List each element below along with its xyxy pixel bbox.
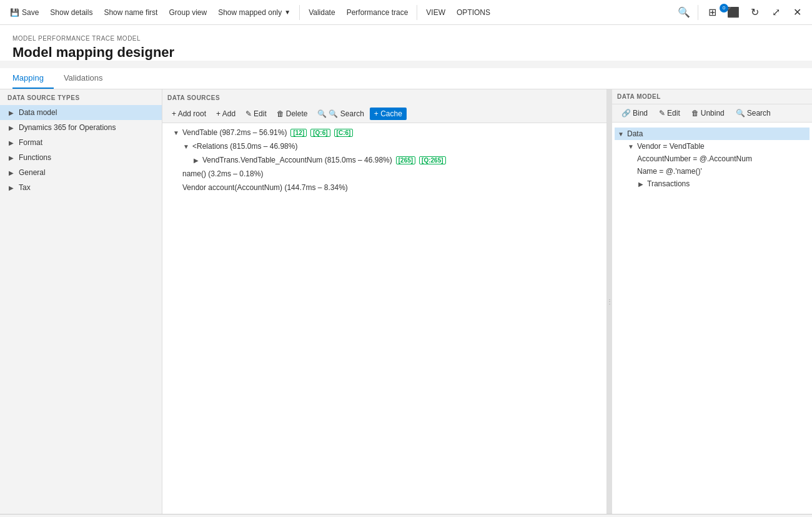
arrow-icon: ▶ (7, 109, 15, 116)
options-button[interactable]: OPTIONS (452, 6, 495, 19)
group-view-button[interactable]: Group view (164, 6, 212, 19)
dm-item-account-number[interactable]: AccountNumber = @.AccountNum (615, 153, 810, 165)
ds-item-relations[interactable]: ▼ <Relations (815.0ms – 46.98%) (162, 139, 607, 153)
ds-item-vendtable[interactable]: ▼ VendTable (987.2ms – 56.91%) [12] [Q:6… (162, 126, 607, 139)
page-header: MODEL PERFORMANCE TRACE MODEL Model mapp… (0, 25, 812, 61)
show-mapped-only-button[interactable]: Show mapped only ▼ (213, 6, 295, 19)
ds-item-label: VendTrans.VendTable_AccountNum (815.0ms … (202, 156, 392, 164)
data-sources-toolbar: + Add root + Add ✎ Edit 🗑 Delete 🔍 🔍 Sea… (162, 105, 607, 123)
data-sources-label: DATA SOURCES (162, 89, 607, 105)
add-root-button[interactable]: + Add root (167, 108, 210, 120)
ds-item-label: Vendor account(AccountNum) (144.7ms – 8.… (182, 183, 348, 192)
save-button[interactable]: 💾 Save (5, 6, 44, 19)
delete-button[interactable]: 🗑 Delete (272, 108, 312, 120)
validate-button[interactable]: Validate (304, 6, 340, 19)
grid-icon-button[interactable]: ⊞ (702, 3, 722, 23)
close-button[interactable]: ✕ (787, 3, 807, 23)
dst-label: Functions (19, 153, 51, 162)
dm-label: Vendor = VendTable (637, 142, 705, 151)
add-button[interactable]: + Add (212, 108, 240, 120)
main-tabs: Mapping Validations (0, 68, 812, 89)
arrow-icon: ▶ (7, 169, 15, 176)
arrow-icon: ▶ (7, 139, 15, 146)
dm-label: Name = @.'name()' (637, 167, 702, 176)
show-name-first-label: Show name first (104, 8, 157, 17)
view-button[interactable]: VIEW (421, 6, 450, 19)
show-details-label: Show details (50, 8, 92, 17)
expand-button[interactable]: ⤢ (766, 3, 786, 23)
dst-item-data-model[interactable]: ▶ Data model (0, 105, 162, 120)
dst-item-dynamics365[interactable]: ▶ Dynamics 365 for Operations (0, 120, 162, 135)
separator-1 (299, 5, 300, 20)
expand-icon: ▼ (172, 129, 180, 136)
vertical-drag-handle[interactable]: ⋮ (607, 89, 612, 514)
data-model-label-row: DATA MODEL (612, 89, 812, 104)
dm-item-vendor[interactable]: ▼ Vendor = VendTable (615, 140, 810, 153)
ds-item-label: <Relations (815.0ms – 46.98%) (192, 142, 297, 151)
model-label: MODEL PERFORMANCE TRACE MODEL (12, 35, 800, 42)
dm-label: Transactions (647, 179, 690, 188)
dm-label: AccountNumber = @.AccountNum (637, 154, 752, 163)
edit-button[interactable]: ✎ Edit (241, 108, 271, 120)
data-source-types-label: DATA SOURCE TYPES (0, 89, 162, 105)
bind-button[interactable]: 🔗 Bind (617, 107, 652, 119)
ds-item-label: VendTable (987.2ms – 56.91%) (182, 128, 287, 137)
dst-item-functions[interactable]: ▶ Functions (0, 150, 162, 165)
badge-12: [12] (290, 129, 307, 137)
dst-label: General (19, 168, 46, 177)
dm-item-name[interactable]: Name = @.'name()' (615, 165, 810, 178)
badge-q265: [Q:265] (419, 156, 445, 164)
data-model-panel: DATA MODEL 🔗 Bind ✎ Edit 🗑 Unbind 🔍 Sear… (612, 89, 812, 514)
ds-item-vendor-account[interactable]: Vendor account(AccountNum) (144.7ms – 8.… (162, 181, 607, 194)
edit-icon: ✎ (245, 109, 252, 118)
data-sources-panel: DATA SOURCES + Add root + Add ✎ Edit 🗑 D… (162, 89, 607, 514)
badge-count: 0 (720, 4, 728, 13)
expand-icon: ▼ (617, 130, 625, 138)
arrow-icon: ▶ (7, 124, 15, 131)
search-dm-button[interactable]: 🔍 Search (731, 107, 775, 119)
save-label: Save (22, 8, 39, 17)
badge-q6: [Q:6] (310, 129, 330, 137)
search-button[interactable]: 🔍 🔍 Search (313, 108, 368, 120)
ds-item-label: name() (3.2ms – 0.18%) (182, 169, 263, 178)
show-name-first-button[interactable]: Show name first (99, 6, 162, 19)
save-icon: 💾 (10, 8, 19, 17)
dst-item-format[interactable]: ▶ Format (0, 135, 162, 150)
show-details-button[interactable]: Show details (45, 6, 97, 19)
search-icon: 🔍 (317, 109, 327, 118)
badge-c6: [C:6] (334, 129, 354, 137)
cache-button[interactable]: + Cache (370, 108, 407, 120)
expand-icon: ▶ (637, 180, 645, 188)
dst-item-tax[interactable]: ▶ Tax (0, 180, 162, 195)
office-icon-button[interactable]: ⬛ 0 (723, 3, 743, 23)
dm-item-data[interactable]: ▼ Data (615, 128, 810, 140)
edit-dm-button[interactable]: ✎ Edit (655, 107, 685, 119)
dst-item-general[interactable]: ▶ General (0, 165, 162, 180)
delete-icon: 🗑 (277, 109, 284, 118)
dst-label: Data model (19, 108, 57, 117)
performance-trace-button[interactable]: Performance trace (342, 6, 413, 19)
refresh-button[interactable]: ↻ (745, 3, 765, 23)
dst-label: Tax (19, 183, 31, 192)
tab-mapping[interactable]: Mapping (12, 68, 54, 89)
show-mapped-only-label: Show mapped only (218, 8, 282, 17)
options-label: OPTIONS (457, 8, 490, 17)
search-icon: 🔍 (736, 109, 745, 118)
ds-item-name[interactable]: name() (3.2ms – 0.18%) (162, 167, 607, 181)
data-source-types-panel: DATA SOURCE TYPES ▶ Data model ▶ Dynamic… (0, 89, 162, 514)
ds-item-vendtrans[interactable]: ▶ VendTrans.VendTable_AccountNum (815.0m… (162, 153, 607, 167)
dm-item-transactions[interactable]: ▶ Transactions (615, 178, 810, 190)
performance-trace-label: Performance trace (347, 8, 408, 17)
edit-icon: ✎ (659, 109, 665, 118)
page-title: Model mapping designer (12, 44, 800, 61)
data-model-toolbar: 🔗 Bind ✎ Edit 🗑 Unbind 🔍 Search (612, 104, 812, 123)
details-section: ▼ DETAILS Performance statistics Find in… (0, 514, 812, 517)
view-label: VIEW (426, 8, 445, 17)
separator-2 (417, 5, 417, 20)
data-sources-tree: ▼ VendTable (987.2ms – 56.91%) [12] [Q:6… (162, 123, 607, 514)
expand-icon: ▼ (627, 143, 635, 150)
main-layout: DATA SOURCE TYPES ▶ Data model ▶ Dynamic… (0, 89, 812, 514)
tab-validations[interactable]: Validations (64, 68, 113, 89)
search-toolbar-button[interactable]: 🔍 (674, 3, 694, 23)
unbind-button[interactable]: 🗑 Unbind (687, 107, 729, 119)
